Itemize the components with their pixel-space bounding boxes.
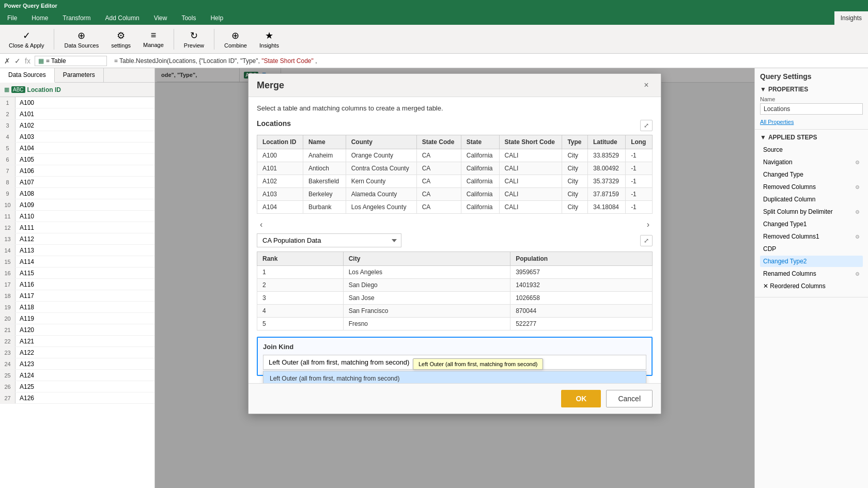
table-cell: Alameda County bbox=[346, 188, 416, 201]
confirm-formula-btn[interactable]: ✓ bbox=[14, 57, 21, 65]
table-cell: CA bbox=[416, 201, 461, 214]
applied-step[interactable]: Renamed Columns ⚙ bbox=[760, 268, 863, 279]
table-col-header[interactable]: Rank bbox=[257, 252, 344, 266]
cancel-formula-btn[interactable]: ✗ bbox=[4, 57, 10, 65]
list-item: 17 A116 bbox=[0, 279, 154, 290]
row-val: A108 bbox=[16, 188, 154, 199]
ai-insights-btn[interactable]: ★ Insights bbox=[255, 27, 284, 51]
row-num: 7 bbox=[0, 165, 16, 176]
row-num: 16 bbox=[0, 267, 16, 278]
data-sources-btn[interactable]: ⊕ Data Sources bbox=[59, 27, 103, 51]
combine-files-btn[interactable]: ⊕ Combine bbox=[220, 27, 252, 51]
table-cell: Berkeley bbox=[303, 188, 346, 201]
app-name: Power Query Editor bbox=[4, 3, 57, 9]
applied-step[interactable]: Navigation ⚙ bbox=[760, 156, 863, 168]
top-table-expand-btn[interactable]: ⤢ bbox=[640, 120, 653, 131]
table-col-header[interactable]: Population bbox=[510, 252, 653, 266]
all-properties-link[interactable]: All Properties bbox=[760, 119, 863, 125]
tab-file[interactable]: File bbox=[0, 11, 24, 25]
table-cell: Los Angeles bbox=[343, 266, 510, 279]
bottom-table-selector-row: CA Population DataOther Table ⤢ bbox=[257, 233, 653, 247]
list-item: 18 A117 bbox=[0, 290, 154, 302]
table-col-header[interactable]: County bbox=[346, 135, 416, 149]
table-cell: California bbox=[461, 175, 499, 188]
cancel-button[interactable]: Cancel bbox=[606, 390, 653, 407]
table-col-header[interactable]: Type bbox=[562, 135, 588, 149]
step-gear-btn[interactable]: ⚙ bbox=[855, 160, 860, 165]
tab-transform[interactable]: Transform bbox=[55, 11, 98, 25]
applied-step[interactable]: CDP bbox=[760, 243, 863, 255]
ok-button[interactable]: OK bbox=[561, 390, 601, 407]
table-col-header[interactable]: Latitude bbox=[587, 135, 625, 149]
table-cell: CA bbox=[416, 149, 461, 162]
col-header-type-icon: ABC bbox=[11, 86, 25, 93]
applied-step[interactable]: Removed Columns1 ⚙ bbox=[760, 231, 863, 242]
table-nav-right[interactable]: › bbox=[644, 220, 653, 229]
table-cell: California bbox=[461, 201, 499, 214]
list-item: 9 A108 bbox=[0, 188, 154, 199]
table-cell: 2 bbox=[257, 279, 344, 292]
step-label: Changed Type2 bbox=[763, 258, 807, 265]
tab-data-sources[interactable]: Data Sources bbox=[0, 68, 55, 83]
step-label: Removed Columns1 bbox=[763, 233, 819, 240]
table-cell: Anaheim bbox=[303, 149, 346, 162]
table-cell: -1 bbox=[626, 175, 653, 188]
table-cell: Fresno bbox=[343, 318, 510, 330]
close-apply-btn[interactable]: ✓ Close & Apply bbox=[4, 27, 49, 51]
refresh-label: Preview bbox=[184, 42, 204, 49]
table-col-header[interactable]: State Short Code bbox=[499, 135, 562, 149]
applied-step[interactable]: ✕ Reordered Columns bbox=[760, 280, 863, 292]
row-num: 4 bbox=[0, 131, 16, 142]
table-col-header[interactable]: City bbox=[343, 252, 510, 266]
list-item: 23 A122 bbox=[0, 347, 154, 358]
tab-view[interactable]: View bbox=[147, 11, 175, 25]
step-label: Navigation bbox=[763, 159, 793, 166]
dialog-body: Select a table and matching columns to c… bbox=[249, 97, 661, 383]
join-option-leftinner[interactable]: Left Outer (all from first, matching fro… bbox=[264, 371, 646, 383]
list-item: 24 A123 bbox=[0, 358, 154, 370]
applied-step[interactable]: Split Column by Delimiter ⚙ bbox=[760, 206, 863, 217]
table-col-header[interactable]: Location ID bbox=[257, 135, 303, 149]
tab-tools[interactable]: Tools bbox=[174, 11, 203, 25]
refresh-btn[interactable]: ↻ Preview bbox=[179, 27, 209, 51]
tab-home[interactable]: Home bbox=[24, 11, 55, 25]
params-icon: ⚙ bbox=[117, 30, 125, 41]
table-col-header[interactable]: State bbox=[461, 135, 499, 149]
row-num: 3 bbox=[0, 120, 16, 131]
step-gear-btn[interactable]: ⚙ bbox=[855, 184, 860, 190]
formula-bar-formula[interactable]: = Table.NestedJoin(Locations, {"Location… bbox=[111, 56, 864, 66]
row-val: A121 bbox=[16, 336, 154, 347]
tab-addcolumn[interactable]: Add Column bbox=[98, 11, 147, 25]
table-col-header[interactable]: State Code bbox=[416, 135, 461, 149]
manage-btn[interactable]: ≡ Manage bbox=[138, 27, 168, 51]
manage-params-btn[interactable]: ⚙ settings bbox=[106, 27, 135, 51]
table-nav-left[interactable]: ‹ bbox=[257, 220, 266, 229]
table-cell: San Francisco bbox=[343, 305, 510, 318]
name-value[interactable]: Locations bbox=[760, 103, 863, 115]
tab-help[interactable]: Help bbox=[203, 11, 230, 25]
step-gear-btn[interactable]: ⚙ bbox=[855, 271, 860, 277]
table-cell: 4 bbox=[257, 305, 344, 318]
applied-step[interactable]: Changed Type bbox=[760, 169, 863, 180]
name-label: Name bbox=[760, 96, 863, 102]
row-val: A111 bbox=[16, 222, 154, 233]
tab-parameters[interactable]: Parameters bbox=[55, 68, 104, 82]
table-col-header[interactable]: Name bbox=[303, 135, 346, 149]
table-col-header[interactable]: Long bbox=[626, 135, 653, 149]
step-gear-btn[interactable]: ⚙ bbox=[855, 234, 860, 240]
applied-step[interactable]: Removed Columns ⚙ bbox=[760, 181, 863, 193]
dialog-close-btn[interactable]: × bbox=[640, 79, 653, 91]
row-val: A112 bbox=[16, 233, 154, 244]
applied-step[interactable]: Source bbox=[760, 144, 863, 155]
step-label: Changed Type1 bbox=[763, 221, 807, 228]
row-num: 5 bbox=[0, 143, 16, 153]
bottom-table-select[interactable]: CA Population DataOther Table bbox=[257, 233, 401, 247]
applied-step[interactable]: Changed Type2 bbox=[760, 256, 863, 267]
applied-step[interactable]: Changed Type1 bbox=[760, 218, 863, 230]
col-header-icon: ▦ bbox=[4, 86, 9, 93]
list-item: 11 A110 bbox=[0, 211, 154, 222]
step-gear-btn[interactable]: ⚙ bbox=[855, 209, 860, 215]
dialog-titlebar: Merge × bbox=[249, 74, 661, 97]
applied-step[interactable]: Duplicated Column bbox=[760, 194, 863, 205]
bottom-table-expand-btn[interactable]: ⤢ bbox=[640, 235, 653, 246]
